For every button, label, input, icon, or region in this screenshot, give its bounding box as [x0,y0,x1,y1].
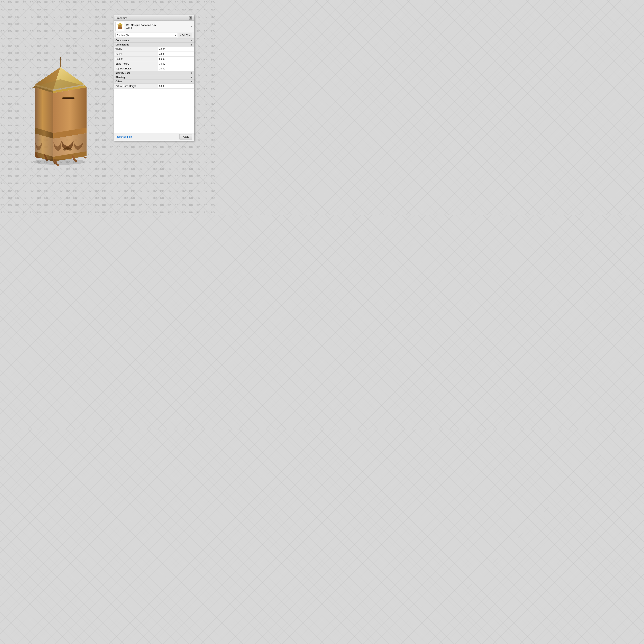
close-button[interactable]: ✕ [189,16,192,20]
apply-button[interactable]: Apply [180,134,192,139]
watermark-text: RD [124,196,128,199]
depth-input[interactable] [159,53,193,56]
category-select-wrapper: Furniture (1) ▼ [116,33,177,37]
watermark-text: RD [182,8,186,11]
watermark-text: RD [189,8,193,11]
top-part-height-label: Top Part Height [114,67,158,70]
base-height-input[interactable] [159,62,193,65]
section-dimensions[interactable]: Dimensions ⊗ [114,43,194,47]
watermark-text: RD [196,196,200,199]
header-dropdown-arrow[interactable]: ▼ [190,25,192,28]
section-identity-data[interactable]: Identity Data ⊗ [114,71,194,75]
identity-toggle-icon: ⊗ [191,72,192,74]
watermark-text: RD [204,1,207,4]
top-part-height-value[interactable] [158,66,194,71]
watermark-text: RD [196,175,200,178]
edit-type-button[interactable]: ⊞ Edit Type [178,33,192,37]
watermark-text: RD [211,131,215,134]
properties-panel: Properties ✕ RD_Mosque Donation Box Wood… [114,15,194,141]
prop-row-base-height: Base Height [114,61,194,66]
actual-base-height-value[interactable] [158,84,194,88]
watermark-text: RD [131,167,135,170]
watermark-text: RD [182,182,186,185]
watermark-text: RD [175,175,179,178]
section-phasing[interactable]: Phasing ⊗ [114,75,194,79]
watermark-text: RD [211,59,215,62]
watermark-text: RD [160,182,164,185]
watermark-text: RD [204,189,207,192]
height-input[interactable] [159,58,193,60]
watermark-text: RD [204,117,207,120]
watermark-text: RD [204,124,207,127]
watermark-text: RD [160,1,164,4]
properties-help-link[interactable]: Properties help [116,135,132,138]
watermark-text: RD [204,196,207,199]
watermark-text: RD [182,175,186,178]
watermark-text: RD [131,1,135,4]
watermark-text: RD [204,15,207,18]
watermark-text: RD [211,73,215,76]
base-height-value[interactable] [158,61,194,66]
watermark-text: RD [189,211,193,214]
watermark-text: RD [167,182,171,185]
watermark-text: RD [138,211,142,214]
section-other[interactable]: Other ⊗ [114,79,194,84]
watermark-text: RD [124,8,128,11]
watermark-text: RD [138,175,142,178]
svg-point-21 [33,159,86,165]
watermark-text: RD [124,204,128,207]
watermark-text: RD [160,204,164,207]
watermark-text: RD [211,23,215,26]
width-input[interactable] [159,48,193,51]
watermark-text: RD [167,211,171,214]
top-part-height-input[interactable] [159,67,193,70]
watermark-text: RD [138,1,142,4]
watermark-text: RD [204,167,207,170]
width-value[interactable] [158,47,194,52]
height-value[interactable] [158,57,194,61]
watermark-text: RD [211,124,215,127]
watermark-text: RD [124,189,128,192]
watermark-text: RD [211,196,215,199]
watermark-text: RD [131,196,135,199]
scene-area [0,0,121,215]
watermark-text: RD [167,167,171,170]
watermark-text: RD [167,8,171,11]
category-row: Furniture (1) ▼ ⊞ Edit Type [114,32,194,38]
watermark-text: RD [160,153,164,156]
watermark-text: RD [196,30,200,33]
phasing-toggle-icon: ⊗ [191,76,192,78]
watermark-text: RD [167,189,171,192]
watermark-text: RD [211,88,215,91]
watermark-text: RD [204,95,207,98]
watermark-text: RD [211,1,215,4]
watermark-text: RD [211,37,215,40]
section-dimensions-label: Dimensions [116,43,129,46]
watermark-text: RD [211,175,215,178]
base-height-label: Base Height [114,62,158,65]
watermark-text: RD [131,175,135,178]
section-constraints[interactable]: Constraints ⊗ [114,38,194,43]
watermark-text: RD [189,160,193,163]
watermark-text: RD [204,30,207,33]
depth-value[interactable] [158,52,194,56]
watermark-text: RD [204,52,207,55]
watermark-text: RD [175,1,179,4]
actual-base-height-input[interactable] [159,85,193,88]
watermark-text: RD [146,196,150,199]
section-phasing-label: Phasing [116,76,125,79]
mosque-box-3d [22,47,99,168]
watermark-text: RD [160,167,164,170]
svg-rect-26 [118,27,122,29]
watermark-text: RD [153,167,157,170]
object-thumbnail [116,22,124,31]
watermark-text: RD [196,211,200,214]
watermark-text: RD [189,196,193,199]
watermark-text: RD [182,146,186,149]
watermark-text: RD [182,1,186,4]
category-select[interactable]: Furniture (1) [116,33,177,37]
watermark-text: RD [196,131,200,134]
watermark-text: RD [146,182,150,185]
watermark-text: RD [175,211,179,214]
watermark-text: RD [211,160,215,163]
